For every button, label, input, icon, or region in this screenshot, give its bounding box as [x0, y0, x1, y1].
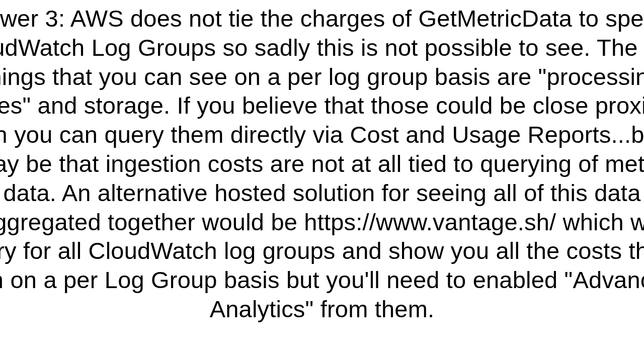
answer-text: Answer 3: AWS does not tie the charges o… [0, 4, 644, 324]
